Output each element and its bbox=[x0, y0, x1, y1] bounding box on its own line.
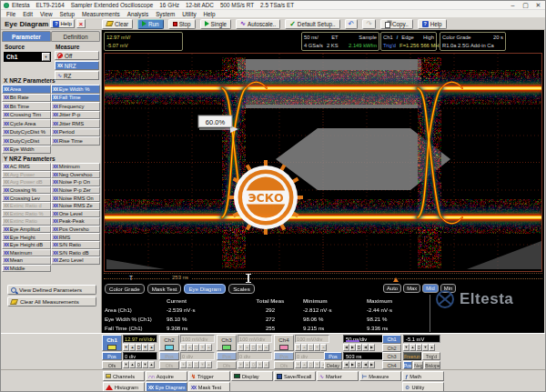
increase-coarse-button[interactable] bbox=[349, 361, 356, 368]
param-button[interactable]: Zero Level bbox=[51, 256, 100, 265]
offset-mode-button[interactable]: Ofs bbox=[274, 361, 294, 369]
param-button[interactable]: Eye Height bbox=[2, 233, 51, 241]
increase-coarse-button[interactable] bbox=[129, 344, 136, 351]
copy-button[interactable]: Copy.. bbox=[380, 19, 413, 29]
param-button[interactable]: Fall Time bbox=[51, 94, 100, 103]
measurement-tab[interactable]: Scales bbox=[228, 284, 255, 294]
position-mode-button[interactable]: Pos bbox=[324, 352, 342, 360]
default-scale-button[interactable] bbox=[250, 344, 257, 351]
decrease-coarse-button[interactable] bbox=[295, 344, 301, 351]
trigger-source-button[interactable]: Ch2 bbox=[382, 344, 401, 353]
decrease-coarse-button[interactable] bbox=[123, 344, 129, 351]
minimize-icon[interactable]: – bbox=[509, 2, 517, 9]
trigd-button[interactable]: Trig'd bbox=[422, 352, 440, 360]
decrease-coarse-button[interactable] bbox=[180, 344, 187, 351]
freerun-button[interactable]: Freerun bbox=[403, 352, 421, 360]
nav-measure-button[interactable]: ⊢Measure bbox=[359, 371, 401, 381]
increase-coarse-button[interactable] bbox=[349, 344, 356, 351]
single-button[interactable]: Single bbox=[200, 19, 232, 29]
panel-help-button[interactable]: ?Help bbox=[50, 19, 74, 28]
param-button[interactable]: Mean bbox=[2, 256, 51, 265]
param-button[interactable]: One Level bbox=[51, 210, 100, 218]
measurement-tab[interactable]: Mask Test bbox=[147, 284, 182, 294]
param-button[interactable]: Crossing Tim bbox=[2, 111, 51, 120]
nav-math-button[interactable]: ƒMath bbox=[402, 371, 444, 381]
menu-item[interactable]: Setup bbox=[56, 11, 78, 17]
param-button[interactable]: S/N Ratio dB bbox=[51, 249, 100, 257]
autoscale-button[interactable]: ∿Autoscale.. bbox=[236, 19, 280, 29]
param-button[interactable]: Noise RMS On bbox=[51, 194, 100, 202]
increase-coarse-button[interactable] bbox=[410, 344, 416, 351]
position-mode-button[interactable]: Pos bbox=[159, 352, 179, 360]
increase-coarse-button[interactable] bbox=[187, 344, 193, 351]
view-defined-parameters-button[interactable]: View Defined Parameters bbox=[7, 285, 96, 295]
param-button[interactable]: Peak-Peak bbox=[51, 217, 100, 226]
param-button[interactable]: Extinc Ratio bbox=[2, 217, 51, 226]
menu-item[interactable]: Edit bbox=[19, 11, 36, 17]
param-button[interactable]: Extinc Ratio % bbox=[2, 210, 51, 218]
measure-off-button[interactable]: Off bbox=[55, 51, 99, 60]
param-button[interactable]: Jitter P-p bbox=[51, 111, 100, 120]
sidebar-tab[interactable]: Definition bbox=[51, 31, 100, 42]
undo-button[interactable]: ↶ bbox=[345, 19, 359, 29]
param-button[interactable]: Area bbox=[2, 85, 51, 94]
menu-item[interactable]: System bbox=[152, 11, 178, 17]
increase-fine-button[interactable] bbox=[263, 344, 269, 351]
param-button[interactable]: Neg Overshoo bbox=[51, 171, 100, 179]
menu-item[interactable]: File bbox=[3, 11, 19, 17]
param-button[interactable]: Frequency bbox=[51, 102, 100, 111]
decrease-fine-button[interactable] bbox=[314, 361, 320, 368]
position-mode-button[interactable]: Pos bbox=[217, 352, 237, 360]
decrease-fine-button[interactable] bbox=[422, 344, 429, 351]
increase-coarse-button[interactable] bbox=[129, 361, 136, 368]
position-mode-button[interactable]: Pos bbox=[102, 352, 122, 360]
param-button[interactable]: Eye Width bbox=[2, 146, 51, 155]
scale-mode-button[interactable]: Max bbox=[403, 284, 420, 293]
param-button[interactable]: Avg Power bbox=[2, 171, 51, 179]
param-button[interactable]: Crossing % bbox=[2, 186, 51, 195]
menu-item[interactable]: Analysis bbox=[124, 11, 152, 17]
channel-button[interactable]: Ch2 bbox=[159, 335, 179, 351]
param-button[interactable]: Minimum bbox=[51, 163, 100, 171]
decrease-coarse-button[interactable] bbox=[295, 361, 301, 368]
redo-button[interactable]: ↷ bbox=[362, 19, 376, 29]
param-button[interactable]: Jitter RMS bbox=[51, 119, 100, 128]
trigger-slope-button[interactable]: Bislope bbox=[424, 361, 440, 369]
decrease-coarse-button[interactable] bbox=[238, 361, 244, 368]
param-button[interactable]: DutyCycDist % bbox=[2, 128, 51, 137]
param-button[interactable]: AC RMS bbox=[2, 163, 51, 171]
increase-coarse-button[interactable] bbox=[187, 361, 193, 368]
trigger-source-button[interactable]: Ch3 bbox=[382, 352, 401, 361]
channel-button[interactable]: Ch1 bbox=[102, 335, 122, 351]
horizontal-position-bar[interactable]: T 253 ns bbox=[104, 273, 542, 283]
nav-trigger-button[interactable]: ↯Trigger bbox=[188, 371, 230, 381]
channel-button[interactable]: Ch3 bbox=[217, 335, 237, 351]
default-scale-button[interactable] bbox=[356, 344, 362, 351]
increase-fine-button[interactable] bbox=[369, 344, 375, 351]
menu-item[interactable]: Utility bbox=[178, 11, 199, 17]
maximize-icon[interactable]: ▢ bbox=[521, 2, 530, 9]
cursor-handle[interactable] bbox=[248, 274, 249, 283]
decrease-coarse-button[interactable] bbox=[343, 361, 349, 368]
increase-fine-button[interactable] bbox=[206, 344, 212, 351]
param-button[interactable]: Crossing Lev bbox=[2, 194, 51, 202]
close-icon[interactable]: ✕ bbox=[534, 2, 542, 9]
decrease-fine-button[interactable] bbox=[362, 344, 369, 351]
trigger-slope-button[interactable]: Neg bbox=[413, 361, 423, 369]
param-button[interactable]: Noise RMS Ze bbox=[51, 202, 100, 210]
param-button[interactable]: Bit Rate bbox=[2, 94, 51, 103]
delay-mode-button[interactable]: Delay bbox=[324, 361, 342, 369]
position-mode-button[interactable]: Pos bbox=[274, 352, 294, 360]
param-button[interactable]: Extinc Ratio d bbox=[2, 202, 51, 210]
panel-close-button[interactable]: × bbox=[76, 19, 86, 28]
decrease-fine-button[interactable] bbox=[314, 344, 320, 351]
trigger-slope-button[interactable]: Pos bbox=[403, 361, 412, 369]
decrease-fine-button[interactable] bbox=[142, 344, 148, 351]
default-scale-button[interactable] bbox=[308, 344, 314, 351]
param-button[interactable]: Avg Power dB bbox=[2, 178, 51, 186]
default-scale-button[interactable] bbox=[136, 344, 142, 351]
zero-delay-button[interactable] bbox=[356, 361, 362, 368]
nav-save-recall-button[interactable]: Save/Recall bbox=[274, 371, 316, 381]
offset-mode-button[interactable]: Ofs bbox=[159, 361, 179, 369]
decrease-fine-button[interactable] bbox=[257, 361, 263, 368]
